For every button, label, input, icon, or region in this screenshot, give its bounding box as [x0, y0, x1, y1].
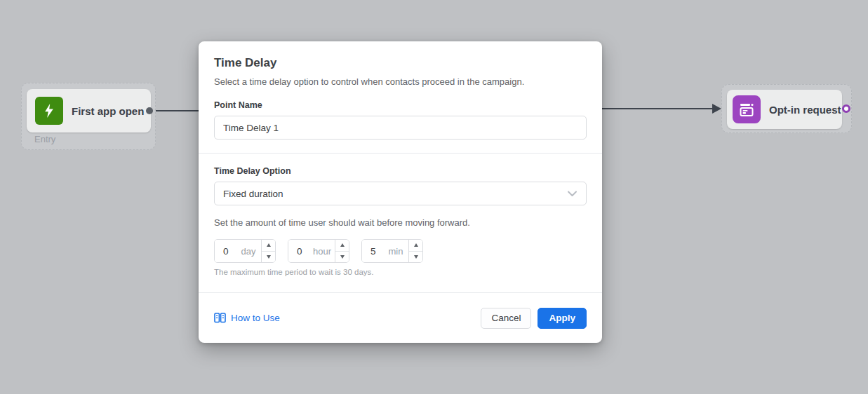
how-to-use-link[interactable]: How to Use [214, 313, 280, 323]
target-node-container: Opt-in request [721, 84, 852, 133]
spinner-down-icon[interactable] [409, 252, 422, 263]
hour-stepper [335, 240, 349, 262]
point-name-input[interactable] [214, 116, 587, 140]
target-node-card[interactable]: Opt-in request [727, 90, 842, 129]
min-spinner: min [361, 239, 423, 263]
spinner-up-icon[interactable] [335, 240, 349, 252]
entry-node-sublabel: Entry [34, 134, 55, 144]
opt-in-message-icon [733, 95, 761, 123]
entry-node-card[interactable]: First app open [27, 89, 151, 133]
spinner-down-icon[interactable] [262, 252, 275, 263]
target-node-output-handle[interactable] [842, 104, 850, 113]
spinner-up-icon[interactable] [262, 240, 275, 252]
lightning-icon [35, 97, 63, 125]
dialog-header-section: Time Delay Select a time delay option to… [199, 41, 602, 153]
hour-unit-label: hour [311, 246, 335, 257]
entry-node-container: First app open Entry [21, 83, 156, 150]
edge-line-left [152, 110, 199, 111]
target-node-label: Opt-in request [769, 104, 841, 116]
open-book-icon [214, 313, 226, 323]
time-delay-option-select[interactable]: Fixed duration [214, 182, 587, 205]
spinner-down-icon[interactable] [335, 252, 349, 263]
entry-node-output-handle[interactable] [146, 107, 153, 114]
entry-node-label: First app open [72, 105, 144, 117]
edge-line-right [602, 108, 714, 109]
day-value-input[interactable] [215, 240, 237, 262]
apply-button[interactable]: Apply [538, 308, 587, 329]
dialog-subtitle: Select a time delay option to control wh… [214, 76, 587, 87]
how-to-use-label: How to Use [231, 313, 280, 323]
time-delay-dialog: Time Delay Select a time delay option to… [199, 41, 602, 343]
point-name-label: Point Name [214, 100, 587, 110]
hour-value-input[interactable] [288, 240, 311, 262]
time-delay-option-value: Fixed duration [223, 189, 283, 199]
day-stepper [261, 240, 275, 262]
duration-description: Set the amount of time user should wait … [214, 217, 587, 228]
max-duration-hint: The maximum time period to wait is 30 da… [214, 268, 587, 276]
duration-fields-row: day hour min [214, 239, 587, 263]
min-value-input[interactable] [362, 240, 385, 262]
hour-spinner: hour [288, 239, 349, 263]
min-stepper [408, 240, 422, 262]
dialog-title: Time Delay [214, 56, 587, 70]
min-unit-label: min [385, 246, 408, 257]
day-spinner: day [214, 239, 276, 263]
chevron-down-icon [567, 190, 577, 197]
dialog-footer: How to Use Cancel Apply [199, 293, 602, 343]
spinner-up-icon[interactable] [409, 240, 422, 252]
delay-options-section: Time Delay Option Fixed duration Set the… [199, 154, 602, 292]
time-delay-option-label: Time Delay Option [214, 166, 587, 176]
cancel-button[interactable]: Cancel [481, 308, 531, 329]
day-unit-label: day [237, 246, 261, 257]
campaign-flow-canvas: First app open Entry Opt-in request Time… [0, 0, 868, 394]
edge-arrowhead-icon [712, 104, 721, 114]
